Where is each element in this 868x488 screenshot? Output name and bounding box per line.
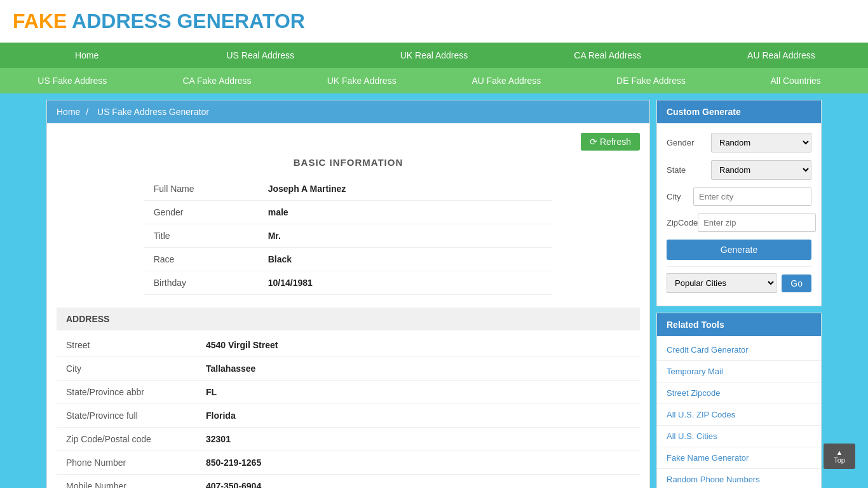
header: FAKE ADDRESS GENERATOR bbox=[0, 0, 868, 43]
field-value: FL bbox=[196, 381, 640, 404]
gender-label: Gender bbox=[667, 138, 711, 147]
city-row: City bbox=[667, 187, 811, 206]
field-value: Tallahassee bbox=[196, 357, 640, 381]
field-label: Birthday bbox=[144, 271, 259, 295]
related-tool-item: Random Phone Numbers bbox=[657, 469, 821, 488]
nav-ca-real[interactable]: CA Real Address bbox=[521, 43, 695, 68]
basic-info-table: Full NameJoseph A MartinezGendermaleTitl… bbox=[144, 177, 553, 295]
zip-input[interactable] bbox=[698, 214, 816, 232]
related-tool-item: Credit Card Generator bbox=[657, 339, 821, 361]
main-wrapper: Home / US Fake Address Generator ⟳ Refre… bbox=[40, 100, 828, 488]
related-tool-item: Temporary Mail bbox=[657, 361, 821, 383]
basic-info-title: BASIC INFORMATION bbox=[57, 157, 640, 168]
state-label: State bbox=[667, 165, 711, 175]
related-tool-link[interactable]: Street Zipcode bbox=[657, 383, 821, 403]
popular-cities-row: Popular Cities Go bbox=[667, 266, 811, 296]
custom-generate-body: Gender Random Male Female State Random C… bbox=[657, 123, 821, 306]
related-tools-list: Credit Card GeneratorTemporary MailStree… bbox=[657, 336, 821, 488]
content-inner: ⟳ Refresh BASIC INFORMATION Full NameJos… bbox=[47, 123, 649, 488]
field-value: 32301 bbox=[196, 428, 640, 451]
field-label: Phone Number bbox=[57, 451, 196, 475]
field-value: male bbox=[259, 201, 553, 224]
address-row: State/Province abbrFL bbox=[57, 381, 640, 404]
refresh-row: ⟳ Refresh bbox=[57, 133, 640, 151]
nav-ca-fake[interactable]: CA Fake Address bbox=[145, 68, 290, 93]
breadcrumb: Home / US Fake Address Generator bbox=[47, 100, 649, 123]
city-input[interactable] bbox=[693, 187, 811, 206]
basic-info-row: Gendermale bbox=[144, 201, 553, 224]
related-tool-link[interactable]: Credit Card Generator bbox=[657, 339, 821, 360]
field-label: State/Province full bbox=[57, 404, 196, 428]
breadcrumb-separator: / bbox=[86, 107, 88, 117]
related-tools-title: Related Tools bbox=[657, 313, 821, 336]
field-value: Florida bbox=[196, 404, 640, 428]
back-to-top-arrow: ▲ bbox=[830, 449, 849, 456]
nav-au-real[interactable]: AU Real Address bbox=[695, 43, 868, 68]
gender-select[interactable]: Random Male Female bbox=[711, 133, 811, 152]
nav-secondary: US Fake Address CA Fake Address UK Fake … bbox=[0, 68, 868, 93]
field-label: Mobile Number bbox=[57, 475, 196, 489]
nav-all-countries[interactable]: All Countries bbox=[723, 68, 868, 93]
go-button[interactable]: Go bbox=[782, 274, 811, 292]
field-label: City bbox=[57, 357, 196, 381]
address-row: Phone Number850-219-1265 bbox=[57, 451, 640, 475]
address-row: Zip Code/Postal code32301 bbox=[57, 428, 640, 451]
city-label: City bbox=[667, 192, 693, 201]
related-tool-item: All U.S. Cities bbox=[657, 426, 821, 447]
nav-us-fake[interactable]: US Fake Address bbox=[0, 68, 145, 93]
zip-label: ZipCode bbox=[667, 218, 698, 227]
field-label: Title bbox=[144, 224, 259, 248]
address-row: Street4540 Virgil Street bbox=[57, 334, 640, 357]
field-label: Gender bbox=[144, 201, 259, 224]
refresh-button[interactable]: ⟳ Refresh bbox=[581, 133, 640, 151]
nav-uk-fake[interactable]: UK Fake Address bbox=[289, 68, 434, 93]
field-value: Joseph A Martinez bbox=[259, 177, 553, 201]
content-area: Home / US Fake Address Generator ⟳ Refre… bbox=[46, 100, 650, 488]
related-tool-item: All U.S. ZIP Codes bbox=[657, 404, 821, 426]
related-tool-item: Fake Name Generator bbox=[657, 447, 821, 469]
nav-de-fake[interactable]: DE Fake Address bbox=[579, 68, 724, 93]
custom-generate-title: Custom Generate bbox=[657, 100, 821, 123]
field-value: 10/14/1981 bbox=[259, 271, 553, 295]
address-row: State/Province fullFlorida bbox=[57, 404, 640, 428]
basic-info-row: TitleMr. bbox=[144, 224, 553, 248]
breadcrumb-current: US Fake Address Generator bbox=[97, 107, 209, 117]
address-row: Mobile Number407-350-6904 bbox=[57, 475, 640, 489]
logo-fake: FAKE bbox=[13, 10, 67, 32]
related-tool-link[interactable]: Fake Name Generator bbox=[657, 447, 821, 468]
field-label: State/Province abbr bbox=[57, 381, 196, 404]
state-row: State Random bbox=[667, 160, 811, 180]
related-tool-link[interactable]: Temporary Mail bbox=[657, 361, 821, 382]
address-row: CityTallahassee bbox=[57, 357, 640, 381]
address-table: Street4540 Virgil StreetCityTallahasseeS… bbox=[57, 334, 640, 488]
breadcrumb-home[interactable]: Home bbox=[57, 107, 80, 117]
generate-button[interactable]: Generate bbox=[667, 240, 811, 260]
related-tool-link[interactable]: All U.S. Cities bbox=[657, 426, 821, 447]
state-select[interactable]: Random bbox=[711, 160, 811, 180]
address-header: ADDRESS bbox=[57, 308, 640, 330]
nav-primary: Home US Real Address UK Real Address CA … bbox=[0, 43, 868, 68]
field-label: Zip Code/Postal code bbox=[57, 428, 196, 451]
sidebar: Custom Generate Gender Random Male Femal… bbox=[656, 100, 822, 488]
field-value: 407-350-6904 bbox=[196, 475, 640, 489]
field-label: Street bbox=[57, 334, 196, 357]
back-to-top-label: Top bbox=[830, 456, 849, 464]
field-value: 850-219-1265 bbox=[196, 451, 640, 475]
field-value: Black bbox=[259, 248, 553, 271]
zip-row: ZipCode bbox=[667, 214, 811, 232]
related-tools-box: Related Tools Credit Card GeneratorTempo… bbox=[656, 313, 822, 488]
related-tool-link[interactable]: All U.S. ZIP Codes bbox=[657, 404, 821, 425]
gender-row: Gender Random Male Female bbox=[667, 133, 811, 152]
field-label: Race bbox=[144, 248, 259, 271]
popular-cities-select[interactable]: Popular Cities bbox=[667, 273, 776, 293]
basic-info-row: Full NameJoseph A Martinez bbox=[144, 177, 553, 201]
related-tool-item: Street Zipcode bbox=[657, 383, 821, 404]
basic-info-row: RaceBlack bbox=[144, 248, 553, 271]
related-tool-link[interactable]: Random Phone Numbers bbox=[657, 469, 821, 488]
nav-us-real[interactable]: US Real Address bbox=[173, 43, 347, 68]
logo: FAKE ADDRESS GENERATOR bbox=[13, 10, 855, 33]
nav-uk-real[interactable]: UK Real Address bbox=[347, 43, 520, 68]
nav-au-fake[interactable]: AU Fake Address bbox=[434, 68, 579, 93]
back-to-top-button[interactable]: ▲ Top bbox=[824, 444, 855, 469]
nav-home[interactable]: Home bbox=[0, 43, 173, 68]
